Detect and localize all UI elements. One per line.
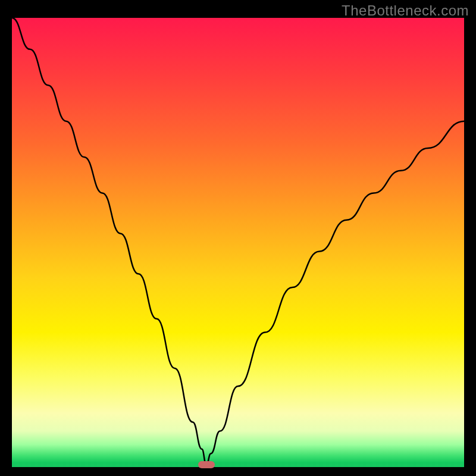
chart-frame: TheBottleneck.com xyxy=(0,0,476,476)
bottleneck-curve xyxy=(12,18,464,467)
notch-marker xyxy=(198,461,215,468)
curve-path xyxy=(12,18,464,465)
plot-area xyxy=(12,18,464,467)
watermark-text: TheBottleneck.com xyxy=(342,2,469,19)
